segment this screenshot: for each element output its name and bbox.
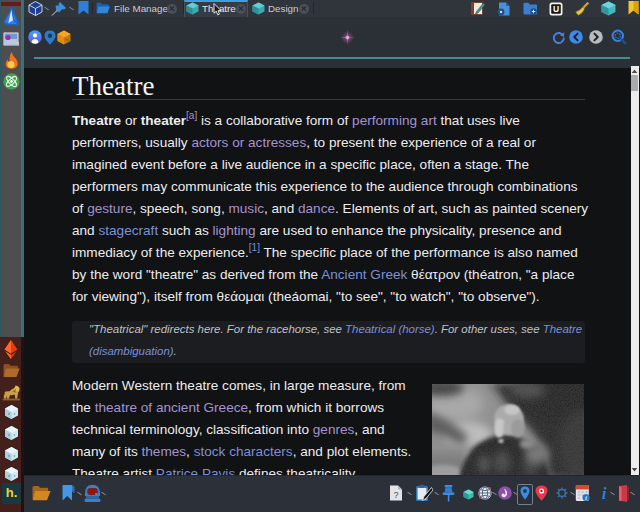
svg-text:i: i (602, 484, 607, 502)
svg-text:?: ? (393, 490, 398, 500)
svg-text:U: U (553, 4, 559, 14)
